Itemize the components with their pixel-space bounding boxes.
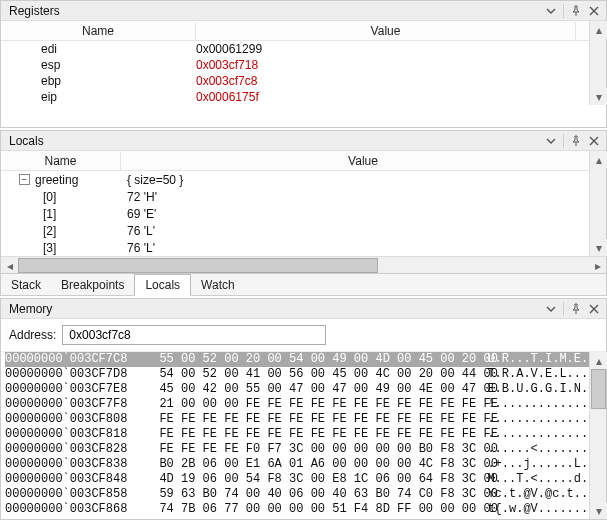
memory-hex: 54 00 52 00 41 00 56 00 45 00 4C 00 20 0… xyxy=(145,367,473,382)
memory-line[interactable]: 00000000`003CF7D8 54 00 52 00 41 00 56 0… xyxy=(5,367,606,382)
memory-hex: 45 00 42 00 55 00 47 00 47 00 49 00 4E 0… xyxy=(145,382,473,397)
register-name: ebp xyxy=(1,74,196,88)
scroll-left-icon[interactable]: ◂ xyxy=(1,257,18,274)
memory-ascii: M...T.<.....d.<. xyxy=(473,472,593,487)
memory-line[interactable]: 00000000`003CF838 B0 2B 06 00 E1 6A 01 A… xyxy=(5,457,606,472)
locals-body: Name Value −greeting{ size=50 }[0]72 'H'… xyxy=(1,151,606,256)
memory-line[interactable]: 00000000`003CF848 4D 19 06 00 54 F8 3C 0… xyxy=(5,472,606,487)
scroll-up-icon[interactable]: ▴ xyxy=(590,352,607,369)
register-name: edi xyxy=(1,42,196,56)
locals-hscrollbar[interactable]: ◂ ▸ xyxy=(1,256,606,273)
memory-address: 00000000`003CF868 xyxy=(5,502,145,517)
vscroll-thumb[interactable] xyxy=(591,369,606,409)
register-value: 0x0006175f xyxy=(196,90,576,104)
memory-address-input[interactable] xyxy=(62,325,326,345)
locals-var-name: [3] xyxy=(1,241,121,255)
locals-name-header[interactable]: Name xyxy=(1,152,121,170)
registers-vscrollbar[interactable]: ▴ ▾ xyxy=(589,21,606,105)
memory-title: Memory xyxy=(9,302,543,316)
locals-var-value: 76 'L' xyxy=(121,241,606,255)
scroll-up-icon[interactable]: ▴ xyxy=(590,21,607,38)
memory-line[interactable]: 00000000`003CF7F8 21 00 00 00 FE FE FE F… xyxy=(5,397,606,412)
separator xyxy=(563,302,564,316)
memory-line[interactable]: 00000000`003CF818 FE FE FE FE FE FE FE F… xyxy=(5,427,606,442)
memory-address: 00000000`003CF7F8 xyxy=(5,397,145,412)
scroll-down-icon[interactable]: ▾ xyxy=(590,88,607,105)
locals-value-header[interactable]: Value xyxy=(121,152,606,170)
memory-ascii: U.R...T.I.M.E... xyxy=(473,352,593,367)
memory-pin-icon[interactable] xyxy=(568,301,584,317)
registers-panel: Registers Name Value edi0x00061299esp0x0… xyxy=(0,0,607,128)
registers-panel-header[interactable]: Registers xyxy=(1,1,606,21)
locals-close-icon[interactable] xyxy=(586,133,602,149)
memory-ascii: Yc.t.@V.@c.t..<. xyxy=(473,487,593,502)
memory-ascii: ......<.......<. xyxy=(473,442,593,457)
memory-hex: 59 63 B0 74 00 40 06 00 40 63 B0 74 C0 F… xyxy=(145,487,473,502)
memory-line[interactable]: 00000000`003CF7E8 45 00 42 00 55 00 47 0… xyxy=(5,382,606,397)
memory-menu-icon[interactable] xyxy=(543,301,559,317)
memory-address: 00000000`003CF808 xyxy=(5,412,145,427)
registers-name-header[interactable]: Name xyxy=(1,22,196,40)
hscroll-thumb[interactable] xyxy=(18,258,378,273)
locals-row[interactable]: [3]76 'L' xyxy=(1,239,606,256)
memory-hex: FE FE FE FE F0 F7 3C 00 00 00 00 00 B0 F… xyxy=(145,442,473,457)
memory-vscrollbar[interactable]: ▴ ▾ xyxy=(589,352,606,519)
registers-menu-icon[interactable] xyxy=(543,3,559,19)
registers-value-header[interactable]: Value xyxy=(196,22,576,40)
memory-ascii: t{.w.@V......... xyxy=(473,502,593,517)
locals-row[interactable]: [0]72 'H' xyxy=(1,188,606,205)
locals-var-value: 76 'L' xyxy=(121,224,606,238)
memory-hex: B0 2B 06 00 E1 6A 01 A6 00 00 00 00 4C F… xyxy=(145,457,473,472)
memory-ascii: E.B.U.G.G.I.N.G. xyxy=(473,382,593,397)
register-row[interactable]: esp0x003cf718 xyxy=(1,57,606,73)
memory-address-bar: Address: xyxy=(1,319,606,352)
tab-stack[interactable]: Stack xyxy=(1,274,51,295)
memory-line[interactable]: 00000000`003CF808 FE FE FE FE FE FE FE F… xyxy=(5,412,606,427)
locals-panel: Locals Name Value −greeting{ size=50 }[0… xyxy=(0,130,607,296)
register-row[interactable]: ebp0x003cf7c8 xyxy=(1,73,606,89)
locals-menu-icon[interactable] xyxy=(543,133,559,149)
scroll-up-icon[interactable]: ▴ xyxy=(590,151,607,168)
register-name: eip xyxy=(1,90,196,104)
locals-vscrollbar[interactable]: ▴ ▾ xyxy=(589,151,606,256)
memory-hex: 4D 19 06 00 54 F8 3C 00 E8 1C 06 00 64 F… xyxy=(145,472,473,487)
registers-title: Registers xyxy=(9,4,543,18)
registers-pin-icon[interactable] xyxy=(568,3,584,19)
locals-var-name: −greeting xyxy=(1,173,121,187)
memory-panel-header[interactable]: Memory xyxy=(1,299,606,319)
memory-line[interactable]: 00000000`003CF7C8 55 00 52 00 20 00 54 0… xyxy=(5,352,606,367)
register-value: 0x00061299 xyxy=(196,42,576,56)
scroll-right-icon[interactable]: ▸ xyxy=(589,257,606,274)
register-name: esp xyxy=(1,58,196,72)
tab-breakpoints[interactable]: Breakpoints xyxy=(51,274,134,295)
tree-collapse-icon[interactable]: − xyxy=(19,174,30,185)
locals-row[interactable]: [1]69 'E' xyxy=(1,205,606,222)
memory-line[interactable]: 00000000`003CF868 74 7B 06 77 00 00 00 0… xyxy=(5,502,606,517)
memory-address: 00000000`003CF7E8 xyxy=(5,382,145,397)
register-row[interactable]: eip0x0006175f xyxy=(1,89,606,105)
locals-var-name: [2] xyxy=(1,224,121,238)
memory-ascii: !............... xyxy=(473,397,593,412)
locals-row[interactable]: −greeting{ size=50 } xyxy=(1,171,606,188)
memory-line[interactable]: 00000000`003CF858 59 63 B0 74 00 40 06 0… xyxy=(5,487,606,502)
locals-tabstrip: StackBreakpointsLocalsWatch xyxy=(1,273,606,295)
separator xyxy=(563,134,564,148)
scroll-down-icon[interactable]: ▾ xyxy=(590,239,607,256)
locals-row[interactable]: [2]76 'L' xyxy=(1,222,606,239)
tab-locals[interactable]: Locals xyxy=(134,274,191,296)
scroll-down-icon[interactable]: ▾ xyxy=(590,502,607,519)
separator xyxy=(563,4,564,18)
memory-panel: Memory Address: 00000000`003CF7C8 55 00 … xyxy=(0,298,607,520)
tab-watch[interactable]: Watch xyxy=(191,274,245,295)
locals-pin-icon[interactable] xyxy=(568,133,584,149)
memory-line[interactable]: 00000000`003CF828 FE FE FE FE F0 F7 3C 0… xyxy=(5,442,606,457)
memory-address: 00000000`003CF828 xyxy=(5,442,145,457)
memory-hex: FE FE FE FE FE FE FE FE FE FE FE FE FE F… xyxy=(145,412,473,427)
register-row[interactable]: edi0x00061299 xyxy=(1,41,606,57)
registers-close-icon[interactable] xyxy=(586,3,602,19)
memory-hex-view[interactable]: 00000000`003CF7C8 55 00 52 00 20 00 54 0… xyxy=(1,352,606,519)
memory-close-icon[interactable] xyxy=(586,301,602,317)
register-value: 0x003cf718 xyxy=(196,58,576,72)
locals-var-value: 69 'E' xyxy=(121,207,606,221)
locals-panel-header[interactable]: Locals xyxy=(1,131,606,151)
